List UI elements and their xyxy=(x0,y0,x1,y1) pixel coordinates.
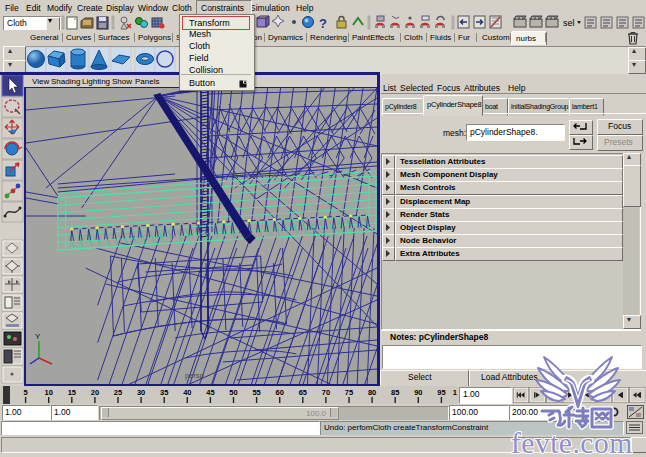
svg-text:85: 85 xyxy=(391,388,399,397)
svg-text:25: 25 xyxy=(114,388,122,397)
svg-text:70: 70 xyxy=(322,388,330,397)
svg-text:?: ? xyxy=(319,16,327,31)
svg-text:5: 5 xyxy=(24,388,28,397)
svg-text:45: 45 xyxy=(206,388,214,397)
svg-text:10: 10 xyxy=(45,388,53,397)
svg-text:20: 20 xyxy=(91,388,99,397)
svg-text:80: 80 xyxy=(368,388,376,397)
svg-text:95: 95 xyxy=(437,388,445,397)
svg-text:75: 75 xyxy=(345,388,353,397)
svg-text:50: 50 xyxy=(229,388,237,397)
svg-text:15: 15 xyxy=(68,388,76,397)
svg-text:sel: sel xyxy=(563,18,575,28)
svg-text:65: 65 xyxy=(299,388,307,397)
svg-text:60: 60 xyxy=(276,388,284,397)
svg-text:40: 40 xyxy=(183,388,191,397)
svg-text:1: 1 xyxy=(453,388,457,397)
svg-text:Y: Y xyxy=(35,332,41,341)
svg-text:55: 55 xyxy=(252,388,260,397)
svg-text:90: 90 xyxy=(414,388,422,397)
svg-text:persp: persp xyxy=(185,371,204,380)
svg-text:35: 35 xyxy=(160,388,168,397)
svg-text:fevte.com: fevte.com xyxy=(511,427,633,457)
svg-text:30: 30 xyxy=(137,388,145,397)
